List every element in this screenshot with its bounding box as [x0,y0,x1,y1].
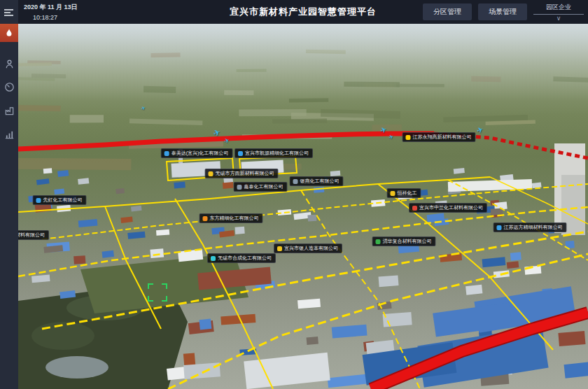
company-type-icon [238,151,243,156]
company-label: 宜兴市中兰化工材料有限公司 [419,205,483,211]
dropdown-label: 园区企业 [533,3,584,15]
company-marker[interactable]: 恒祥化工 [387,188,421,198]
company-label: 银燕化工有限公司 [300,178,340,184]
company-marker[interactable]: 泰美达(宜兴)化工有限公司 [161,148,233,158]
company-type-icon [497,225,502,230]
map-3d-view[interactable]: 泰美达(宜兴)化工有限公司宜兴市凯源精细化工有限公司无锡市方圆新材料有限公司鑫泰… [0,0,588,389]
company-type-icon [376,239,381,244]
flame-icon [4,27,14,38]
sidebar-item-personnel[interactable] [0,55,18,73]
company-marker[interactable]: 清华复合材料有限公司 [372,236,436,246]
factory-icon [4,106,15,116]
company-marker[interactable]: 宜兴市中兰化工材料有限公司 [409,203,487,213]
company-label: 宜兴市银人造革有限公司 [284,246,338,251]
company-label: 鑫泰化工有限公司 [244,184,284,190]
company-label: 恒祥化工 [398,190,417,196]
person-icon [4,59,15,69]
hamburger-icon [4,8,15,17]
company-marker[interactable]: 东方精细化工有限公司 [200,213,263,223]
company-type-icon [237,185,242,190]
company-label: 清华复合材料有限公司 [383,239,432,244]
vehicle-marker-icon[interactable]: ✈ [388,134,395,141]
map-overlay: 泰美达(宜兴)化工有限公司宜兴市凯源精细化工有限公司无锡市方圆新材料有限公司鑫泰… [0,0,588,389]
zone-management-button[interactable]: 分区管理 [423,3,472,20]
company-label: 无锡市方圆新材料有限公司 [216,171,274,176]
vehicle-marker-icon[interactable]: ✈ [212,127,223,139]
chevron-down-icon: ∨ [533,15,584,21]
park-enterprise-dropdown[interactable]: 园区企业 ∨ [533,3,584,21]
company-marker[interactable]: 银燕化工有限公司 [290,176,344,186]
vehicle-marker-icon[interactable]: ✈ [141,105,146,112]
company-type-icon [277,246,282,251]
company-label: 泰美达(宜兴)化工有限公司 [172,150,229,156]
company-type-icon [412,206,417,211]
company-type-icon [406,135,411,140]
company-marker[interactable]: 先虹化工有限公司 [33,195,87,205]
company-marker[interactable]: 江苏远方精细材料有限公司 [493,222,567,232]
menu-toggle-button[interactable] [0,3,18,22]
company-type-icon [36,198,41,203]
company-type-icon [391,191,396,196]
company-type-icon [164,151,169,156]
sidebar-item-statistics[interactable] [0,125,18,143]
company-label: 东方精细化工有限公司 [210,215,259,221]
company-marker[interactable]: 江苏永翔高新材料有限公司 [402,132,476,142]
gauge-icon [4,82,15,92]
company-type-icon [203,216,208,221]
vehicle-marker-icon[interactable]: ✈ [223,136,231,145]
company-marker[interactable]: 无锡市合成化工有限公司 [207,253,276,263]
company-type-icon [209,171,214,176]
company-label: 先虹化工有限公司 [43,197,83,203]
sidebar-item-monitoring[interactable] [0,78,18,96]
company-type-icon [211,256,216,261]
sidebar-item-fire-monitor[interactable] [0,24,18,42]
company-type-icon [293,179,298,184]
vehicle-marker-icon[interactable]: ✈ [475,125,484,136]
company-label: 江苏远方精细材料有限公司 [504,225,563,230]
company-marker[interactable]: 鑫泰化工有限公司 [234,182,288,192]
company-marker[interactable]: 宜兴市凯源精细化工有限公司 [234,148,313,158]
company-label: 无锡市合成化工有限公司 [218,255,272,261]
scene-management-button[interactable]: 场景管理 [478,3,527,20]
vehicle-marker-icon[interactable]: ✈ [379,125,388,136]
header-bar: 2020 年 11 月 13日 10:18:27 宜兴市新材料产业园智慧管理平台… [18,0,588,24]
sidebar [0,0,18,389]
sidebar-item-enterprise[interactable] [0,101,18,120]
company-label: 宜兴市凯源精细化工有限公司 [245,150,309,156]
company-marker[interactable]: 宜兴市银人造革有限公司 [274,243,342,253]
company-label: 江苏永翔高新材料有限公司 [413,134,472,140]
bar-chart-icon [4,129,15,140]
company-marker[interactable]: 无锡市方圆新材料有限公司 [205,169,279,178]
